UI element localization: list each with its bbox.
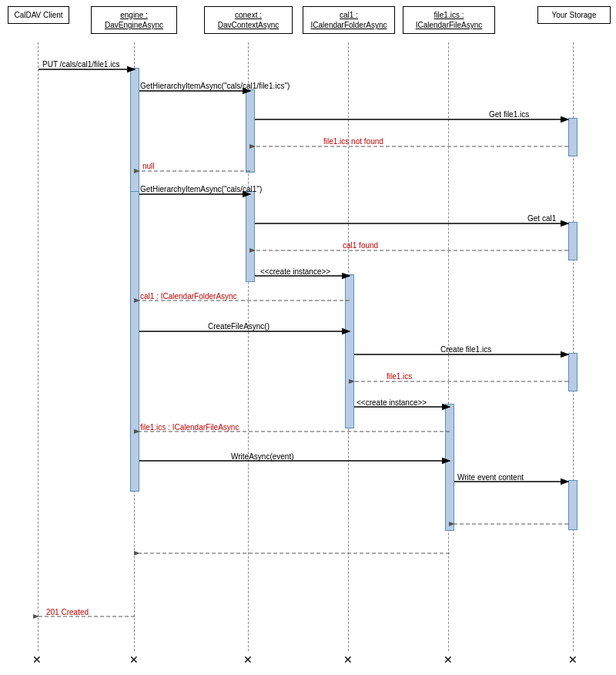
label-201created: 201 Created	[46, 608, 89, 616]
xmark-storage: ✕	[568, 653, 578, 666]
label-createinstance1: <<create instance>>	[260, 267, 330, 276]
sequence-diagram: CalDAV Client engine : DavEngineAsync co…	[0, 0, 616, 675]
xmark-caldav: ✕	[32, 653, 42, 666]
label-cal1found: cal1 found	[343, 241, 378, 250]
label-gethierarchy2: GetHierarchyItemAsync("cals/cal1")	[140, 185, 262, 193]
label-gethierarchy1: GetHierarchyItemAsync("cals/cal1/file1.i…	[140, 82, 290, 90]
label-getcal1: Get cal1	[527, 214, 556, 223]
label-notfound: file1.ics not found	[323, 137, 383, 146]
label-file1ics: file1.ics	[387, 372, 412, 381]
arrows-svg	[0, 0, 616, 675]
label-file1return: file1.ics : ICalendarFileAsync	[140, 423, 239, 432]
label-null: null	[142, 162, 155, 170]
label-writecontent: Write event content	[457, 473, 524, 482]
xmark-engine: ✕	[129, 653, 139, 666]
label-createfile1ics: Create file1.ics	[440, 345, 491, 354]
label-cal1return: cal1 : ICalendarFolderAsync	[140, 292, 237, 301]
label-writeasync: WriteAsync(event)	[231, 452, 294, 461]
label-put: PUT /cals/cal1/file1.ics	[42, 60, 119, 69]
label-createinstance2: <<create instance>>	[357, 398, 427, 407]
label-getfile1: Get file1.ics	[489, 110, 529, 119]
label-createfile: CreateFileAsync()	[208, 322, 270, 331]
xmark-context: ✕	[243, 653, 253, 666]
xmark-file1: ✕	[444, 653, 453, 666]
xmark-cal1: ✕	[343, 653, 353, 666]
